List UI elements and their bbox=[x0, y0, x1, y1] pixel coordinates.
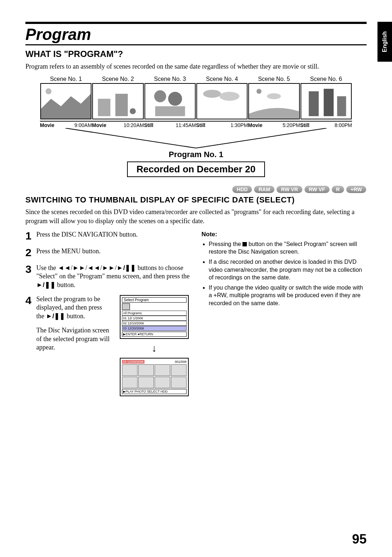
scene-label: Scene No. 2 bbox=[92, 76, 144, 82]
svg-rect-3 bbox=[98, 99, 110, 116]
step-number: 1 bbox=[25, 230, 36, 241]
svg-rect-10 bbox=[197, 84, 247, 119]
step-2: 2 Press the MENU button. bbox=[25, 247, 191, 258]
timeline-time: 1:30PM bbox=[230, 122, 248, 128]
list-item: 01 12/ 1/2006 bbox=[122, 316, 187, 321]
svg-point-12 bbox=[220, 92, 240, 101]
grid-cell bbox=[138, 364, 154, 376]
scene-label: Scene No. 5 bbox=[248, 76, 300, 82]
badge-plusrw: +RW bbox=[346, 186, 366, 193]
timeline-time: 11:45AM bbox=[176, 122, 196, 128]
prev-track-icon: ◄◄ bbox=[58, 264, 71, 271]
step-text: Use the ◄◄/►►/◄◄/►►/►/❚❚ buttons to choo… bbox=[36, 264, 191, 289]
disc-type-badges: HDD RAM RW VR RW VF R +RW bbox=[25, 186, 367, 193]
svg-line-21 bbox=[196, 128, 327, 148]
svg-point-1 bbox=[45, 89, 51, 94]
svg-point-15 bbox=[267, 93, 281, 99]
badge-hdd: HDD bbox=[232, 186, 252, 193]
fastfwd-icon: ►► bbox=[102, 264, 115, 271]
step-text: Press the DISC NAVIGATION button. bbox=[36, 230, 138, 239]
list-item: All Programs bbox=[122, 311, 187, 316]
scene-label: Scene No. 6 bbox=[300, 76, 352, 82]
badge-r: R bbox=[332, 186, 344, 193]
timeline-type: Movie bbox=[92, 122, 106, 128]
screen-header-right: 001/008 bbox=[175, 360, 187, 364]
screen-footer: ▶ENTER ●RETURN bbox=[122, 332, 187, 337]
step-1: 1 Press the DISC NAVIGATION button. bbox=[25, 230, 191, 241]
step-text: Select the program to be displayed, and … bbox=[36, 295, 111, 396]
note-item: If a disc recorded on another device is … bbox=[209, 258, 367, 282]
grid-cell bbox=[171, 377, 187, 388]
scene-label: Scene No. 1 bbox=[40, 76, 92, 82]
section2-body: Since the scenes recorded on this DVD vi… bbox=[25, 208, 367, 225]
program-diagram: Scene No. 1 Scene No. 2 Scene No. 3 Scen… bbox=[25, 76, 367, 177]
scene-thumbnail bbox=[92, 83, 143, 119]
note-item: If you change the video quality or switc… bbox=[209, 284, 367, 307]
svg-point-5 bbox=[130, 108, 136, 114]
grid-cell bbox=[122, 364, 138, 376]
chapter-title: Program bbox=[25, 24, 367, 44]
svg-rect-17 bbox=[309, 91, 318, 116]
scene-label: Scene No. 3 bbox=[144, 76, 196, 82]
list-item-selected: 03 12/20/2006 bbox=[122, 326, 187, 331]
stop-icon bbox=[242, 242, 247, 246]
svg-rect-9 bbox=[155, 106, 185, 116]
section1-body: Program refers to an assembly of scenes … bbox=[25, 62, 367, 71]
screen-title: Select Program bbox=[122, 297, 187, 303]
badge-rwvf: RW VF bbox=[305, 186, 330, 193]
convergence-lines bbox=[40, 128, 352, 150]
note-item: Pressing the button on the "Select Progr… bbox=[209, 240, 367, 256]
recorded-on-box: Recorded on December 20 bbox=[127, 161, 265, 177]
svg-point-14 bbox=[257, 89, 262, 94]
timeline-time: 10:20AM bbox=[124, 122, 144, 128]
step-extra-text: The Disc Navigation screen of the select… bbox=[36, 326, 111, 352]
timeline-type: Movie bbox=[248, 122, 262, 128]
play-pause-icon: ►/❚❚ bbox=[46, 312, 65, 320]
grid-cell bbox=[122, 377, 138, 388]
svg-point-8 bbox=[168, 92, 182, 106]
scene-thumbnail bbox=[40, 83, 91, 119]
grid-cell bbox=[155, 377, 170, 388]
page-number: 95 bbox=[352, 532, 367, 547]
timeline-row: Movie9:00AM Movie10:20AM Still11:45AM St… bbox=[40, 121, 352, 128]
step-text: Press the MENU button. bbox=[36, 247, 101, 255]
timeline-type: Still bbox=[196, 122, 205, 128]
grid-cell bbox=[155, 364, 170, 376]
svg-rect-19 bbox=[337, 97, 346, 116]
scene-thumbnail bbox=[196, 83, 248, 119]
screen-header-left: 03 12/20/2006 bbox=[122, 360, 144, 364]
thumbnail-row bbox=[40, 83, 352, 119]
steps-column: 1 Press the DISC NAVIGATION button. 2 Pr… bbox=[25, 230, 191, 402]
svg-rect-4 bbox=[115, 94, 128, 116]
badge-ram: RAM bbox=[254, 186, 274, 193]
timeline-type: Movie bbox=[40, 122, 54, 128]
note-heading: Note: bbox=[201, 230, 367, 239]
step-4: 4 Select the program to be displayed, an… bbox=[25, 295, 191, 396]
grid-cell bbox=[138, 377, 154, 388]
disc-nav-screen: 03 12/20/2006 001/008 ▶PLAY PHOTO SELECT… bbox=[120, 358, 189, 396]
step-3: 3 Use the ◄◄/►►/◄◄/►►/►/❚❚ buttons to ch… bbox=[25, 264, 191, 289]
step-number: 2 bbox=[25, 247, 36, 258]
scene-thumbnail bbox=[144, 83, 196, 119]
program-number: Program No. 1 bbox=[25, 150, 367, 159]
screen-icon bbox=[122, 303, 130, 310]
divider-under-title bbox=[25, 44, 367, 45]
language-tab: English bbox=[377, 22, 392, 62]
svg-rect-18 bbox=[323, 89, 333, 116]
svg-point-11 bbox=[203, 90, 221, 98]
select-program-screen: Select Program All Programs 01 12/ 1/200… bbox=[120, 295, 189, 339]
play-pause-icon: ►/❚❚ bbox=[117, 264, 136, 271]
svg-line-20 bbox=[65, 128, 196, 148]
screen-footer: ▶PLAY PHOTO SELECT HDD bbox=[122, 389, 187, 394]
arrow-down-icon: ↓ bbox=[152, 343, 157, 354]
timeline-type: Still bbox=[144, 122, 154, 128]
badge-rwvr: RW VR bbox=[277, 186, 302, 193]
timeline-time: 5:20PM bbox=[282, 122, 300, 128]
list-item: 02 12/10/2006 bbox=[122, 321, 187, 326]
language-tab-label: English bbox=[381, 31, 388, 52]
svg-point-7 bbox=[154, 90, 166, 102]
play-pause-icon: ►/❚❚ bbox=[36, 281, 56, 288]
scene-thumbnail bbox=[248, 83, 299, 119]
timeline-type: Still bbox=[300, 122, 310, 128]
rewind-icon: ◄◄ bbox=[87, 264, 100, 271]
